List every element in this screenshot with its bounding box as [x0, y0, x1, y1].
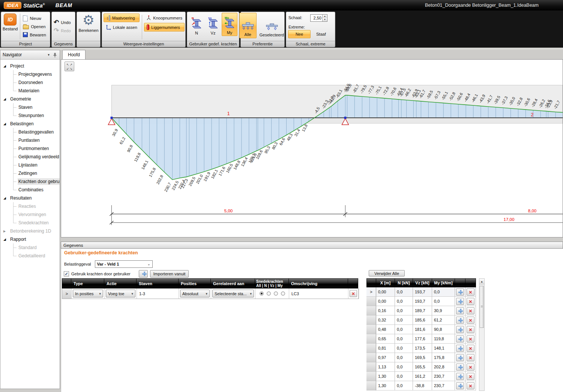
cell-vz[interactable]: 181,6 [413, 325, 432, 334]
pin-icon[interactable] [53, 53, 57, 57]
nav-item-krachten-door-gebruiker[interactable]: Krachten door gebruiker [0, 177, 60, 186]
gerelateerd-select[interactable]: Selecteerde sta...▾ [212, 290, 254, 297]
cell-n[interactable]: 0,0 [395, 344, 413, 353]
cell-n[interactable]: 0,0 [395, 315, 413, 325]
tree-expanded-icon[interactable]: ◢ [3, 64, 9, 68]
delete-row-button[interactable]: × [467, 326, 474, 333]
nav-item-combinaties[interactable]: Combinaties [0, 186, 60, 194]
add-row-button[interactable] [456, 354, 464, 361]
row-selector[interactable]: > [366, 287, 376, 297]
navigator-dropdown-icon[interactable]: ▾ [48, 53, 50, 57]
cell-vz[interactable]: 165,5 [413, 362, 432, 372]
cell-my[interactable]: 90,8 [432, 325, 455, 334]
value-row[interactable]: 1,300,0-38,8230,7× [366, 381, 476, 390]
alle-toggle[interactable]: Alle [239, 13, 257, 38]
cell-x[interactable]: 0,00 [376, 287, 395, 297]
value-row[interactable]: 0,160,0189,730,9× [366, 306, 476, 315]
radio-snede-n[interactable] [267, 291, 271, 296]
nav-item-rapport[interactable]: ◢Rapport [0, 235, 60, 243]
undo-button[interactable]: ↶ Undo [52, 18, 75, 27]
row-selector[interactable] [366, 325, 376, 334]
cell-x[interactable]: 1,30 [376, 381, 395, 390]
cell-vz[interactable]: -38,8 [413, 381, 432, 390]
geselecteerd-button[interactable]: Geselecteerd [258, 13, 286, 38]
cell-my[interactable]: 61,2 [432, 315, 455, 325]
add-row-button[interactable] [456, 382, 464, 389]
nav-item-standard[interactable]: Standard [0, 243, 60, 252]
tree-expanded-icon[interactable]: ◢ [3, 196, 9, 200]
value-row[interactable]: 0,650,0177,6119,8× [366, 334, 476, 344]
cell-x[interactable]: 0,97 [376, 353, 395, 362]
delete-row-button[interactable]: × [467, 288, 474, 296]
cell-n[interactable]: 0,0 [395, 287, 413, 297]
cell-vz[interactable]: 193,7 [413, 297, 432, 306]
gegevens-panel-header[interactable]: Gegevens [61, 242, 563, 249]
nav-item-lijnlasten[interactable]: Lijnlasten [0, 161, 60, 169]
tree-expanded-icon[interactable]: ◢ [3, 237, 9, 241]
value-row[interactable]: 0,000,0193,70,0× [366, 297, 476, 306]
value-row[interactable]: 1,300,0161,2230,7× [366, 372, 476, 381]
nav-item-doorsneden[interactable]: Doorsneden [0, 78, 60, 87]
cell-my[interactable]: 0,0 [432, 297, 455, 306]
cell-my[interactable]: 148,1 [432, 344, 455, 353]
delete-row-button[interactable]: × [467, 363, 474, 371]
nav-item-snedekrachten[interactable]: Snedekrachten [0, 219, 60, 227]
bewaren-button[interactable]: Bewaren [21, 31, 48, 39]
use-forces-checkbox[interactable]: ✓ [64, 271, 69, 276]
row-selector[interactable]: > [62, 288, 72, 299]
nav-item-materialen[interactable]: Materialen [0, 87, 60, 95]
row-selector[interactable] [366, 315, 376, 325]
spin-up-icon[interactable]: ▲ [323, 15, 327, 18]
spin-down-icon[interactable]: ▼ [323, 18, 327, 21]
row-selector[interactable] [366, 334, 376, 344]
value-row[interactable]: >0,000,0193,70,0× [366, 287, 476, 297]
verwijder-alle-button[interactable]: Verwijder Alle [369, 270, 405, 276]
cell-vz[interactable]: 161,2 [413, 372, 432, 381]
openen-button[interactable]: Openen [21, 23, 48, 31]
belastinggeval-select[interactable]: Var - Veld 1 ⌄ [95, 260, 153, 268]
cell-x[interactable]: 0,00 [376, 297, 395, 306]
row-selector[interactable] [366, 353, 376, 362]
delete-row-button[interactable]: × [467, 345, 474, 352]
nav-item-belastinggevallen[interactable]: Belastinggevallen [0, 128, 60, 136]
nav-item-betonberekening-1d[interactable]: ▶Betonberekening 1D [0, 227, 60, 235]
nav-item-zettingen[interactable]: Zettingen [0, 169, 60, 177]
cell-n[interactable]: 0,0 [395, 325, 413, 334]
expand-view-button[interactable]: ↖ ↗↙ ↘ [65, 62, 74, 71]
add-row-button[interactable] [456, 298, 464, 305]
cell-n[interactable]: 0,0 [395, 306, 413, 315]
nav-item-gelijkmatig-verdeeld[interactable]: Gelijkmatig verdeeld [0, 153, 60, 161]
force-table-row[interactable]: > In posities▾ Voeg toe▾ 1-3 Absoluut▾ S… [62, 288, 359, 299]
row-selector[interactable] [366, 344, 376, 353]
value-row[interactable]: 0,480,0181,690,8× [366, 325, 476, 334]
nav-item-vervormingen[interactable]: Vervormingen [0, 210, 60, 219]
delete-row-button[interactable]: × [467, 307, 474, 314]
radio-snede-all[interactable] [260, 291, 264, 296]
row-selector[interactable] [366, 297, 376, 306]
delete-row-button[interactable]: × [467, 354, 474, 361]
liggernummers-toggle[interactable]: Liggernummers [144, 23, 185, 32]
nieuw-button[interactable]: Nieuw [21, 14, 48, 23]
nav-item-gedetailleerd[interactable]: Gedetailleerd [0, 252, 60, 260]
cell-x[interactable]: 0,32 [376, 315, 395, 325]
cell-my[interactable]: 30,9 [432, 306, 455, 315]
kracht-my-toggle[interactable]: My My [222, 13, 237, 36]
nav-item-puntmomenten[interactable]: Puntmomenten [0, 144, 60, 153]
add-row-button[interactable] [456, 307, 464, 314]
nav-item-project[interactable]: ◢Project [0, 62, 60, 70]
add-row-button[interactable] [456, 373, 464, 380]
berekenen-button[interactable]: ⚙ Berekenen [77, 12, 100, 41]
redo-button[interactable]: ↷ Redo [52, 27, 75, 35]
value-row[interactable]: 1,130,0165,5202,8× [366, 362, 476, 372]
omschrijving-cell[interactable]: LC3 [289, 288, 348, 299]
value-row[interactable]: 0,970,0169,5175,8× [366, 353, 476, 362]
cell-vz[interactable]: 193,7 [413, 287, 432, 297]
cell-my[interactable]: 0,0 [432, 287, 455, 297]
delete-row-button[interactable]: × [467, 298, 474, 305]
cell-n[interactable]: 0,0 [395, 362, 413, 372]
add-row-button[interactable] [456, 335, 464, 342]
extreme-staaf-option[interactable]: Staaf [316, 32, 326, 36]
staven-cell[interactable]: 1-3 [137, 288, 179, 299]
row-selector[interactable] [366, 306, 376, 315]
cell-vz[interactable]: 169,5 [413, 353, 432, 362]
